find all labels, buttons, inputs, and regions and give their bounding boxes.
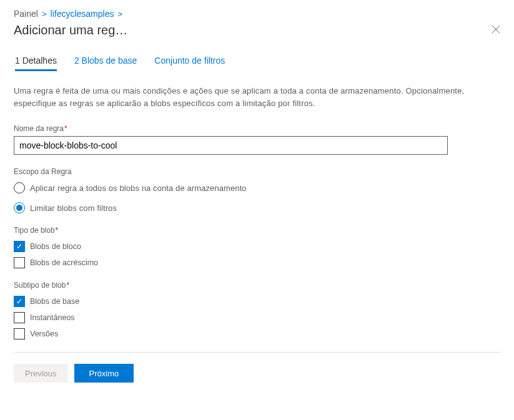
blob-type-label-text: Tipo de blob — [14, 226, 55, 235]
checkbox-base-blobs-label: Blobs de base — [30, 297, 79, 306]
radio-limit-filters-label: Limitar blobs com filtros — [30, 203, 117, 213]
section-rule-name: Nome da regra* — [14, 124, 500, 155]
button-row: Previous Próximo — [14, 364, 500, 383]
divider — [14, 352, 500, 353]
checkbox-block-blobs[interactable]: ✓ Blobs de bloco — [14, 241, 500, 252]
radio-apply-all[interactable]: Aplicar regra a todos os blobs na conta … — [14, 182, 500, 193]
scope-label: Escopo da Regra — [14, 167, 500, 176]
rule-name-input[interactable] — [14, 136, 448, 155]
tab-filter-set[interactable]: Conjunto de filtros — [154, 56, 225, 71]
check-icon: ✓ — [16, 298, 22, 305]
blob-subtype-label-text: Subtipo de blob — [14, 281, 66, 290]
required-indicator: * — [56, 226, 59, 235]
previous-button[interactable]: Previous — [14, 364, 68, 383]
header: Adicionar uma reg… — [14, 21, 500, 39]
chevron-right-icon: > — [117, 9, 122, 19]
radio-icon — [14, 182, 25, 193]
breadcrumb-root[interactable]: Painel — [14, 9, 38, 19]
tab-details[interactable]: 1 Detalhes — [15, 56, 57, 71]
checkbox-block-blobs-label: Blobs de bloco — [30, 242, 81, 251]
checkbox-icon — [14, 328, 25, 339]
next-button[interactable]: Próximo — [74, 364, 134, 383]
blob-type-label: Tipo de blob* — [14, 226, 500, 235]
tab-base-blobs[interactable]: 2 Blobs de base — [74, 56, 137, 71]
checkbox-icon-checked: ✓ — [14, 241, 25, 252]
blob-subtype-check-group: ✓ Blobs de base Instantâneos Versões — [14, 296, 500, 339]
description-text: Uma regra é feita de uma ou mais condiçõ… — [14, 85, 500, 109]
required-indicator: * — [66, 281, 69, 290]
close-icon[interactable] — [488, 21, 504, 39]
radio-apply-all-label: Aplicar regra a todos os blobs na conta … — [30, 183, 247, 193]
checkbox-versions-label: Versões — [30, 330, 58, 338]
required-indicator: * — [64, 124, 67, 133]
checkbox-append-blobs-label: Blobs de acréscimo — [30, 258, 98, 267]
checkbox-icon — [14, 257, 25, 268]
checkbox-append-blobs[interactable]: Blobs de acréscimo — [14, 257, 500, 268]
radio-icon-checked — [14, 202, 25, 213]
checkbox-base-blobs[interactable]: ✓ Blobs de base — [14, 296, 500, 307]
section-blob-type: Tipo de blob* ✓ Blobs de bloco Blobs de … — [14, 226, 500, 268]
checkbox-icon — [14, 312, 25, 323]
tabs: 1 Detalhes 2 Blobs de base Conjunto de f… — [14, 56, 500, 71]
chevron-right-icon: > — [42, 9, 47, 19]
check-icon: ✓ — [16, 243, 22, 250]
rule-name-label: Nome da regra* — [14, 124, 500, 133]
section-scope: Escopo da Regra Aplicar regra a todos os… — [14, 167, 500, 213]
breadcrumb: Painel > lifecyclesamples > — [14, 9, 500, 19]
page-title: Adicionar uma reg… — [14, 23, 127, 37]
checkbox-snapshots[interactable]: Instantâneos — [14, 312, 500, 323]
checkbox-snapshots-label: Instantâneos — [30, 313, 75, 322]
scope-radio-group: Aplicar regra a todos os blobs na conta … — [14, 182, 500, 213]
checkbox-versions[interactable]: Versões — [14, 328, 500, 339]
checkbox-icon-checked: ✓ — [14, 296, 25, 307]
breadcrumb-link-lifecyclesamples[interactable]: lifecyclesamples — [51, 9, 114, 19]
blob-subtype-label: Subtipo de blob* — [14, 281, 500, 290]
rule-name-label-text: Nome da regra — [14, 124, 64, 133]
blob-type-check-group: ✓ Blobs de bloco Blobs de acréscimo — [14, 241, 500, 268]
section-blob-subtype: Subtipo de blob* ✓ Blobs de base Instant… — [14, 281, 500, 339]
radio-limit-filters[interactable]: Limitar blobs com filtros — [14, 202, 500, 213]
